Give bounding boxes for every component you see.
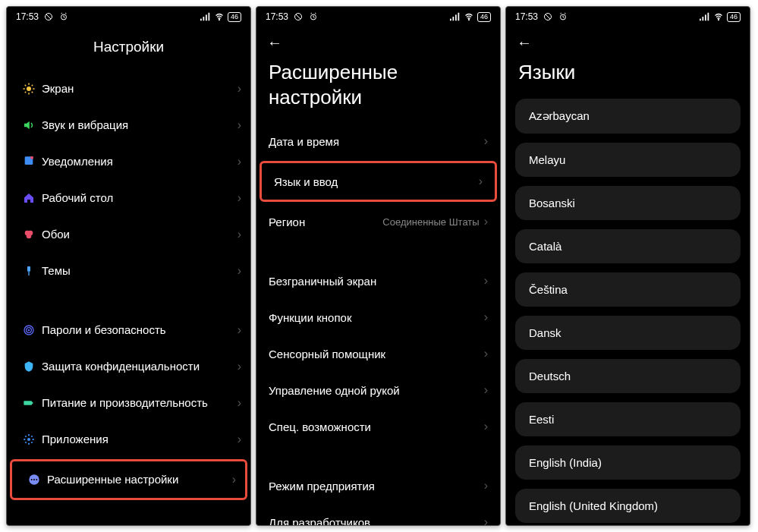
item-label: Для разработчиков bbox=[269, 516, 484, 526]
language-label: English (United Kingdom) bbox=[529, 499, 658, 512]
item-label: Темы bbox=[42, 264, 237, 279]
item-display[interactable]: Экран › bbox=[7, 71, 250, 107]
item-themes[interactable]: Темы › bbox=[7, 253, 250, 289]
notification-icon bbox=[23, 156, 35, 168]
chevron-right-icon: › bbox=[232, 473, 236, 486]
item-touch-assistant[interactable]: Сенсорный помощник › bbox=[256, 335, 500, 372]
item-notifications[interactable]: Уведомления › bbox=[7, 143, 250, 180]
item-developer-options[interactable]: Для разработчиков › bbox=[256, 504, 500, 525]
item-apps[interactable]: Приложения › bbox=[7, 421, 250, 458]
svg-rect-26 bbox=[27, 266, 30, 272]
dnd-icon bbox=[43, 11, 54, 22]
svg-line-19 bbox=[25, 92, 27, 93]
chevron-right-icon: › bbox=[484, 347, 488, 360]
svg-rect-7 bbox=[200, 19, 202, 21]
battery-icon: 46 bbox=[477, 12, 491, 22]
dnd-icon bbox=[293, 11, 304, 22]
phone-languages: 17:53 46 ← Языки Azərbaycan Melayu Bosan… bbox=[505, 6, 750, 526]
item-label: Обои bbox=[42, 228, 237, 242]
item-wallpaper[interactable]: Обои › bbox=[7, 216, 250, 253]
home-icon bbox=[23, 192, 35, 204]
item-button-functions[interactable]: Функции кнопок › bbox=[256, 299, 500, 335]
chevron-right-icon: › bbox=[484, 134, 488, 148]
flower-icon bbox=[23, 228, 35, 241]
battery-icon bbox=[23, 397, 35, 409]
svg-rect-47 bbox=[455, 14, 457, 20]
language-option[interactable]: Čeština bbox=[515, 272, 741, 307]
item-date-time[interactable]: Дата и время › bbox=[256, 123, 500, 159]
item-enterprise-mode[interactable]: Режим предприятия › bbox=[256, 467, 500, 504]
language-option[interactable]: Català bbox=[515, 229, 741, 263]
svg-line-6 bbox=[65, 13, 67, 14]
svg-rect-57 bbox=[700, 19, 701, 21]
language-label: Bosanski bbox=[529, 197, 575, 209]
shield-icon bbox=[23, 360, 35, 373]
chevron-right-icon: › bbox=[484, 515, 488, 525]
item-advanced-settings[interactable]: Расширенные настройки › bbox=[12, 461, 245, 498]
item-label: Расширенные настройки bbox=[47, 473, 232, 487]
svg-line-18 bbox=[32, 92, 33, 93]
language-option[interactable]: English (India) bbox=[515, 445, 741, 480]
language-option[interactable]: Dansk bbox=[515, 316, 741, 350]
language-option[interactable]: Deutsch bbox=[515, 359, 741, 393]
language-option[interactable]: Bosanski bbox=[515, 186, 741, 220]
alarm-icon bbox=[58, 11, 69, 22]
item-passwords[interactable]: Пароли и безопасность › bbox=[7, 312, 250, 348]
sun-icon bbox=[22, 82, 36, 96]
signal-icon bbox=[700, 11, 710, 22]
wifi-icon bbox=[713, 11, 724, 22]
language-option[interactable]: Eesti bbox=[515, 402, 741, 436]
chevron-right-icon: › bbox=[484, 310, 488, 324]
item-one-handed[interactable]: Управление одной рукой › bbox=[256, 372, 500, 408]
svg-rect-31 bbox=[24, 401, 32, 405]
status-time: 17:53 bbox=[16, 11, 39, 22]
dnd-icon bbox=[543, 11, 553, 22]
battery-icon: 46 bbox=[228, 12, 241, 22]
item-label: Регион bbox=[269, 216, 382, 228]
svg-point-61 bbox=[718, 20, 719, 20]
item-battery[interactable]: Питание и производительность › bbox=[7, 385, 250, 421]
language-option[interactable]: Azərbaycan bbox=[515, 99, 741, 134]
item-label: Экран bbox=[42, 82, 237, 96]
item-accessibility[interactable]: Спец. возможности › bbox=[256, 408, 500, 445]
alarm-icon bbox=[558, 11, 568, 22]
item-home[interactable]: Рабочий стол › bbox=[7, 180, 250, 216]
item-label: Спец. возможности bbox=[269, 420, 484, 433]
back-button[interactable]: ← bbox=[517, 34, 532, 52]
item-label: Безграничный экран bbox=[269, 275, 484, 288]
svg-line-43 bbox=[311, 13, 313, 14]
chevron-right-icon: › bbox=[237, 228, 241, 241]
item-privacy[interactable]: Защита конфиденциальности › bbox=[7, 348, 250, 385]
language-option[interactable]: English (United Kingdom) bbox=[515, 489, 741, 523]
chevron-right-icon: › bbox=[237, 264, 241, 278]
brush-icon bbox=[23, 265, 35, 277]
svg-point-37 bbox=[36, 479, 37, 480]
alarm-icon bbox=[308, 11, 319, 22]
chevron-right-icon: › bbox=[479, 175, 483, 188]
item-label: Звук и вибрация bbox=[42, 118, 237, 133]
signal-icon bbox=[450, 11, 461, 22]
chevron-right-icon: › bbox=[237, 360, 241, 373]
phone-settings: 17:53 46 Настройки Экран › bbox=[6, 6, 251, 526]
item-fullscreen[interactable]: Безграничный экран › bbox=[256, 263, 500, 299]
svg-point-33 bbox=[27, 438, 30, 441]
svg-point-30 bbox=[28, 329, 29, 330]
svg-line-39 bbox=[296, 14, 300, 19]
item-language-input[interactable]: Язык и ввод › bbox=[262, 163, 495, 200]
item-label: Рабочий стол bbox=[42, 191, 237, 206]
language-label: Deutsch bbox=[529, 370, 571, 382]
chevron-right-icon: › bbox=[484, 383, 488, 397]
phone-advanced-settings: 17:53 46 ← Расширенные настройки Дата и … bbox=[256, 6, 501, 526]
back-button[interactable]: ← bbox=[267, 34, 282, 52]
language-option[interactable]: Melayu bbox=[515, 143, 741, 177]
svg-point-36 bbox=[33, 479, 35, 480]
chevron-right-icon: › bbox=[237, 323, 241, 337]
svg-rect-45 bbox=[450, 19, 451, 21]
svg-rect-46 bbox=[452, 17, 454, 20]
item-label: Уведомления bbox=[42, 155, 237, 169]
item-label: Дата и время bbox=[269, 135, 484, 148]
item-region[interactable]: Регион Соединенные Штаты › bbox=[256, 203, 500, 240]
wifi-icon bbox=[214, 11, 225, 22]
status-bar: 17:53 46 bbox=[7, 7, 250, 27]
item-sound[interactable]: Звук и вибрация › bbox=[7, 107, 250, 143]
